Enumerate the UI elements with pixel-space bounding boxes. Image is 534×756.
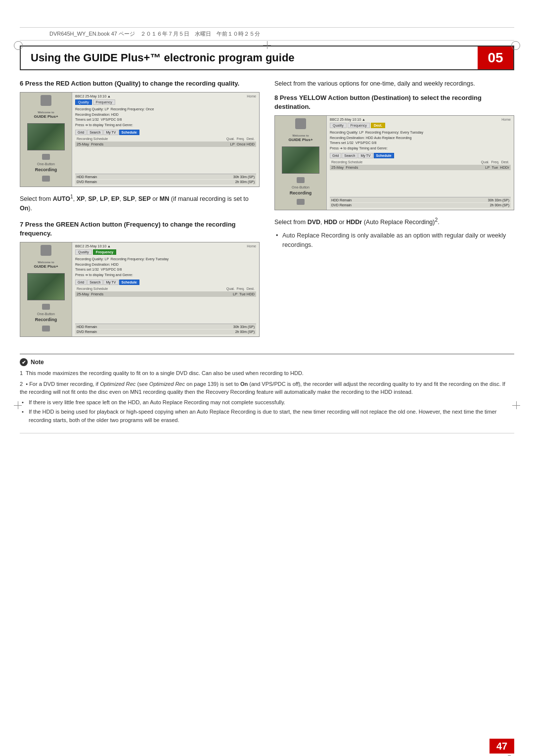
screen2-nav: Grid Search My TV Schedule xyxy=(75,280,256,285)
right-column: Select from the various options for one-… xyxy=(274,79,514,343)
screen1-nav-grid: Grid xyxy=(75,130,87,135)
screen2-hdd-time: 30h 33m (SP) xyxy=(233,325,255,329)
screen3-top-row: BBC2 25-May 10:10 ▲ Home xyxy=(330,118,511,121)
screen2-thumbnail xyxy=(27,273,65,300)
screen1-nav-schedule: Schedule xyxy=(119,130,139,135)
screen2-left-panel: Welcome to GUIDE Plus+ One-Button Record… xyxy=(20,242,72,336)
screen3-nav-search: Search xyxy=(342,153,357,158)
screen1-logo-text: Welcome to GUIDE Plus+ xyxy=(22,110,70,119)
screen2: Welcome to GUIDE Plus+ One-Button Record… xyxy=(20,242,260,337)
crop-mark-tr xyxy=(511,41,520,50)
screen1-freq-tab: Frequency xyxy=(93,99,115,105)
page: DVR645H_WY_EN.book 47 ページ ２０１６年７月５日 水曜日 … xyxy=(0,27,534,756)
screen2-logo-small xyxy=(42,304,50,310)
screen2-dvd-label: DVD Remain xyxy=(77,330,97,333)
screen3-freq-tab: Frequency xyxy=(348,123,370,128)
screen2-one-button: One-Button xyxy=(22,312,70,316)
screen3-hdd-time: 30h 33m (SP) xyxy=(488,198,509,202)
screen2-recording: Recording xyxy=(22,317,70,322)
step8-heading: 8 Press YELLOW Action button (Destinatio… xyxy=(274,94,514,111)
screen2-hdd-label: HDD Remain xyxy=(77,325,97,329)
screen3-dvd-label: DVD Remain xyxy=(331,203,352,207)
screen3-quality-tab: Quality xyxy=(330,123,347,128)
screen1-dvd-time: 2h 00m (SP) xyxy=(235,180,255,184)
screen3-nav-schedule: Schedule xyxy=(374,153,394,158)
screen2-nav-grid: Grid xyxy=(75,280,87,285)
screen1-nav: Grid Search My TV Schedule xyxy=(75,130,256,135)
screen3-hdd: HDD Remain 30h 33m (SP) xyxy=(330,197,511,202)
screen2-hdd: HDD Remain 30h 33m (SP) xyxy=(75,324,256,329)
screen2-freq-tab: Frequency xyxy=(93,249,116,255)
screen1-hdd-time: 30h 33m (SP) xyxy=(233,175,255,179)
notes-section: ✔ Note 1 This mode maximizes the recordi… xyxy=(20,354,514,424)
screen1-dvd-label: DVD Remain xyxy=(77,180,97,184)
screen3-dvd: DVD Remain 2h 00m (SP) xyxy=(330,203,511,208)
screen1-sched-header: Recording Schedule Qual. Freq. Dest. xyxy=(75,137,256,141)
screen2-nav-schedule: Schedule xyxy=(119,280,139,285)
screen1-hdd-label: HDD Remain xyxy=(77,175,97,179)
screen2-sched-row: 25-May Friends LP Tue HDD xyxy=(75,291,256,297)
screen2-quality-tab: Quality xyxy=(75,249,92,255)
note2-text: 2 • For a DVD timer recording, if Optimi… xyxy=(20,380,514,396)
screen3-right-panel: BBC2 25-May 10:10 ▲ Home Quality Frequen… xyxy=(327,116,514,210)
screen2-top-row: BBC2 25-May 10:10 ▲ Home xyxy=(75,244,256,248)
screen3-recording: Recording xyxy=(277,190,324,195)
screen1-top-row: BBC2 25-May 10:10 ▲ Home xyxy=(75,94,256,98)
screen2-home: Home xyxy=(247,244,256,248)
screen1-channel-date: BBC2 25-May 10:10 ▲ xyxy=(75,94,111,98)
crop-mark-tl xyxy=(14,41,23,50)
screen1: Welcome to GUIDE Plus+ One-Button Record… xyxy=(20,92,260,187)
step8-body: Select from DVD, HDD or HDDr (Auto Repla… xyxy=(274,216,514,227)
left-column: 6 Press the RED Action button (Quality) … xyxy=(20,79,260,343)
screen1-home: Home xyxy=(247,94,256,98)
step6-body: Select from AUTO1, XP, SP, LP, EP, SLP, … xyxy=(20,193,260,213)
screen2-nav-search: Search xyxy=(87,280,103,285)
bottom-rule xyxy=(20,433,514,433)
screen3-dvd-time: 2h 00m (SP) xyxy=(490,203,509,207)
screen1-left-panel: Welcome to GUIDE Plus+ One-Button Record… xyxy=(20,93,72,187)
step6-heading: 6 Press the RED Action button (Quality) … xyxy=(20,79,260,88)
step8-intro: Select from the various options for one-… xyxy=(274,79,514,89)
screen3-dest-tab: Dest. xyxy=(371,123,385,128)
screen3-left-panel: Welcome to GUIDE Plus+ One-Button Record… xyxy=(275,116,327,210)
screen1-nav-search: Search xyxy=(87,130,103,135)
header-bar: DVR645H_WY_EN.book 47 ページ ２０１６年７月５日 水曜日 … xyxy=(20,27,514,41)
screen3-sched-header: Recording Schedule Qual. Freq. Dest. xyxy=(330,160,511,164)
screen3-sched-row: 25-May Friends LP Tue HDDr xyxy=(330,165,511,170)
screen3-logo-image xyxy=(295,118,306,129)
note-title: Note xyxy=(31,359,44,366)
screen3-home: Home xyxy=(501,118,511,121)
screen1-sched-row: 25-May Friends LP Once HDD xyxy=(75,142,256,147)
note1-text: 1 This mode maximizes the recording qual… xyxy=(20,369,514,378)
screen3-channel-date: BBC2 25-May 10:10 ▲ xyxy=(330,118,365,121)
step7-heading: 7 Press the GREEN Action button (Frequen… xyxy=(20,220,260,238)
screen3-logo-small2 xyxy=(297,199,305,205)
screen3-tabs: Quality Frequency Dest. xyxy=(330,123,511,128)
screen2-channel-date: BBC2 25-May 10:10 ▲ xyxy=(75,244,111,248)
screen1-recording: Recording xyxy=(22,167,70,172)
note2-bullet2: • If the HDD is being used for playback … xyxy=(20,408,514,424)
note2-bullet1: • If there is very little free space lef… xyxy=(20,398,514,407)
screen1-logo-small xyxy=(42,154,50,160)
screen3-logo-text: Welcome to GUIDE Plus+ xyxy=(277,133,324,142)
page-number: 47 xyxy=(490,739,514,754)
screen3-nav-grid: Grid xyxy=(330,153,341,158)
screen2-nav-mytv: My TV xyxy=(103,280,118,285)
header-text: DVR645H_WY_EN.book 47 ページ ２０１６年７月５日 水曜日 … xyxy=(49,30,260,38)
screen2-dvd-time: 2h 00m (SP) xyxy=(235,330,255,333)
screen3-one-button: One-Button xyxy=(277,186,324,189)
screen3-logo-small xyxy=(297,177,305,183)
screen2-info: Recording Quality: LP Recording Frequenc… xyxy=(75,257,256,278)
screen1-dvd: DVD Remain 2h 00m (SP) xyxy=(75,180,256,185)
screen1-quality-tab: Quality xyxy=(75,99,92,105)
screen3-thumbnail xyxy=(282,146,320,174)
screen1-tabs: Quality Frequency xyxy=(75,99,256,105)
screen1-one-button: One-Button xyxy=(22,162,70,166)
screen2-logo-small2 xyxy=(42,326,50,331)
screen1-info: Recording Quality: LP Recording Frequenc… xyxy=(75,107,256,128)
screen1-thumbnail xyxy=(27,123,65,150)
screen3: Welcome to GUIDE Plus+ One-Button Record… xyxy=(274,115,514,210)
screen1-logo-small2 xyxy=(42,176,50,182)
screen2-logo-text: Welcome to GUIDE Plus+ xyxy=(22,260,70,269)
screen3-nav-mytv: My TV xyxy=(358,153,373,158)
